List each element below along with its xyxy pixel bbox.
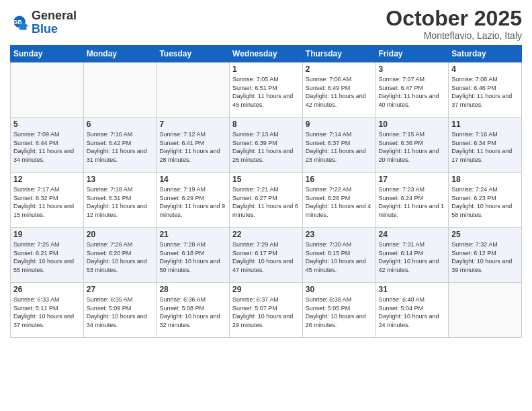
day-info: Sunrise: 7:24 AM Sunset: 6:23 PM Dayligh… — [451, 185, 519, 219]
table-row: 18Sunrise: 7:24 AM Sunset: 6:23 PM Dayli… — [449, 173, 522, 228]
table-row: 16Sunrise: 7:22 AM Sunset: 6:26 PM Dayli… — [302, 173, 375, 228]
day-number: 27 — [87, 285, 154, 294]
table-row: 2Sunrise: 7:06 AM Sunset: 6:49 PM Daylig… — [302, 62, 375, 118]
day-info: Sunrise: 7:09 AM Sunset: 6:44 PM Dayligh… — [13, 130, 81, 164]
table-row: 25Sunrise: 7:32 AM Sunset: 6:12 PM Dayli… — [449, 228, 522, 283]
table-row: 20Sunrise: 7:26 AM Sunset: 6:20 PM Dayli… — [83, 228, 157, 283]
table-row: 15Sunrise: 7:21 AM Sunset: 6:27 PM Dayli… — [230, 173, 303, 228]
day-info: Sunrise: 7:21 AM Sunset: 6:27 PM Dayligh… — [232, 185, 300, 219]
day-number: 16 — [306, 175, 373, 184]
table-row: 28Sunrise: 6:36 AM Sunset: 5:08 PM Dayli… — [157, 283, 230, 338]
day-info: Sunrise: 7:23 AM Sunset: 6:24 PM Dayligh… — [379, 185, 446, 219]
day-number: 8 — [232, 120, 300, 129]
table-row: 10Sunrise: 7:15 AM Sunset: 6:36 PM Dayli… — [375, 118, 449, 173]
day-number: 29 — [232, 285, 300, 294]
day-number: 25 — [451, 230, 519, 239]
header: GB General Blue October 2025 Monteflavio… — [10, 7, 522, 41]
day-number: 7 — [159, 120, 226, 129]
table-row: 3Sunrise: 7:07 AM Sunset: 6:47 PM Daylig… — [375, 62, 449, 118]
location: Monteflavio, Lazio, Italy — [386, 30, 522, 41]
day-number: 14 — [159, 175, 226, 184]
table-row: 21Sunrise: 7:28 AM Sunset: 6:18 PM Dayli… — [157, 228, 230, 283]
day-info: Sunrise: 7:26 AM Sunset: 6:20 PM Dayligh… — [87, 240, 154, 274]
table-row: 6Sunrise: 7:10 AM Sunset: 6:42 PM Daylig… — [83, 118, 157, 173]
day-info: Sunrise: 7:10 AM Sunset: 6:42 PM Dayligh… — [87, 130, 154, 164]
day-number: 10 — [379, 120, 446, 129]
day-number: 6 — [87, 120, 154, 129]
table-row: 7Sunrise: 7:12 AM Sunset: 6:41 PM Daylig… — [157, 118, 230, 173]
table-row: 12Sunrise: 7:17 AM Sunset: 6:32 PM Dayli… — [11, 173, 84, 228]
table-row: 30Sunrise: 6:38 AM Sunset: 5:05 PM Dayli… — [302, 283, 375, 338]
day-info: Sunrise: 7:07 AM Sunset: 6:47 PM Dayligh… — [379, 75, 446, 109]
day-number: 21 — [159, 230, 226, 239]
calendar-header-row: Sunday Monday Tuesday Wednesday Thursday… — [11, 46, 522, 62]
day-number: 30 — [306, 285, 373, 294]
day-number: 20 — [87, 230, 154, 239]
day-number: 13 — [87, 175, 154, 184]
table-row: 11Sunrise: 7:16 AM Sunset: 6:34 PM Dayli… — [449, 118, 522, 173]
table-row: 23Sunrise: 7:30 AM Sunset: 6:15 PM Dayli… — [302, 228, 375, 283]
table-row: 14Sunrise: 7:19 AM Sunset: 6:29 PM Dayli… — [157, 173, 230, 228]
day-info: Sunrise: 7:16 AM Sunset: 6:34 PM Dayligh… — [451, 130, 519, 164]
table-row: 1Sunrise: 7:05 AM Sunset: 6:51 PM Daylig… — [230, 62, 303, 118]
day-info: Sunrise: 7:08 AM Sunset: 6:46 PM Dayligh… — [451, 75, 519, 109]
table-row: 22Sunrise: 7:29 AM Sunset: 6:17 PM Dayli… — [230, 228, 303, 283]
calendar-week-row: 19Sunrise: 7:25 AM Sunset: 6:21 PM Dayli… — [11, 228, 522, 283]
table-row: 4Sunrise: 7:08 AM Sunset: 6:46 PM Daylig… — [449, 62, 522, 118]
day-info: Sunrise: 6:36 AM Sunset: 5:08 PM Dayligh… — [159, 295, 226, 329]
day-info: Sunrise: 6:38 AM Sunset: 5:05 PM Dayligh… — [306, 295, 373, 329]
day-info: Sunrise: 7:15 AM Sunset: 6:36 PM Dayligh… — [379, 130, 446, 164]
day-info: Sunrise: 6:33 AM Sunset: 5:11 PM Dayligh… — [13, 295, 81, 329]
day-info: Sunrise: 6:37 AM Sunset: 5:07 PM Dayligh… — [232, 295, 300, 329]
table-row: 8Sunrise: 7:13 AM Sunset: 6:39 PM Daylig… — [230, 118, 303, 173]
table-row — [83, 62, 157, 118]
day-info: Sunrise: 7:28 AM Sunset: 6:18 PM Dayligh… — [159, 240, 226, 274]
day-number: 22 — [232, 230, 300, 239]
day-info: Sunrise: 7:06 AM Sunset: 6:49 PM Dayligh… — [306, 75, 373, 109]
day-info: Sunrise: 6:35 AM Sunset: 5:09 PM Dayligh… — [87, 295, 154, 329]
col-thursday: Thursday — [302, 46, 375, 62]
day-info: Sunrise: 7:12 AM Sunset: 6:41 PM Dayligh… — [159, 130, 226, 164]
table-row — [449, 283, 522, 338]
day-number: 24 — [379, 230, 446, 239]
table-row: 9Sunrise: 7:14 AM Sunset: 6:37 PM Daylig… — [302, 118, 375, 173]
svg-text:GB: GB — [13, 19, 21, 26]
table-row — [11, 62, 84, 118]
logo-blue: Blue — [32, 23, 77, 36]
day-info: Sunrise: 7:32 AM Sunset: 6:12 PM Dayligh… — [451, 240, 519, 274]
day-info: Sunrise: 7:29 AM Sunset: 6:17 PM Dayligh… — [232, 240, 300, 274]
col-friday: Friday — [375, 46, 449, 62]
table-row: 31Sunrise: 6:40 AM Sunset: 5:04 PM Dayli… — [375, 283, 449, 338]
day-number: 28 — [159, 285, 226, 294]
day-number: 23 — [306, 230, 373, 239]
day-info: Sunrise: 7:17 AM Sunset: 6:32 PM Dayligh… — [13, 185, 81, 219]
logo: GB General Blue — [10, 9, 77, 36]
table-row: 13Sunrise: 7:18 AM Sunset: 6:31 PM Dayli… — [83, 173, 157, 228]
day-info: Sunrise: 7:25 AM Sunset: 6:21 PM Dayligh… — [13, 240, 81, 274]
day-number: 5 — [13, 120, 81, 129]
day-number: 26 — [13, 285, 81, 294]
table-row: 26Sunrise: 6:33 AM Sunset: 5:11 PM Dayli… — [11, 283, 84, 338]
day-info: Sunrise: 6:40 AM Sunset: 5:04 PM Dayligh… — [379, 295, 446, 329]
day-info: Sunrise: 7:05 AM Sunset: 6:51 PM Dayligh… — [232, 75, 300, 109]
day-number: 12 — [13, 175, 81, 184]
table-row: 29Sunrise: 6:37 AM Sunset: 5:07 PM Dayli… — [230, 283, 303, 338]
day-info: Sunrise: 7:18 AM Sunset: 6:31 PM Dayligh… — [87, 185, 154, 219]
calendar: Sunday Monday Tuesday Wednesday Thursday… — [10, 45, 522, 338]
logo-icon: GB — [10, 13, 29, 32]
col-wednesday: Wednesday — [230, 46, 303, 62]
day-info: Sunrise: 7:14 AM Sunset: 6:37 PM Dayligh… — [306, 130, 373, 164]
table-row: 24Sunrise: 7:31 AM Sunset: 6:14 PM Dayli… — [375, 228, 449, 283]
day-number: 15 — [232, 175, 300, 184]
month-title: October 2025 — [386, 7, 522, 30]
table-row: 19Sunrise: 7:25 AM Sunset: 6:21 PM Dayli… — [11, 228, 84, 283]
table-row: 5Sunrise: 7:09 AM Sunset: 6:44 PM Daylig… — [11, 118, 84, 173]
day-number: 4 — [451, 64, 519, 74]
day-number: 19 — [13, 230, 81, 239]
col-sunday: Sunday — [11, 46, 84, 62]
day-number: 17 — [379, 175, 446, 184]
table-row: 27Sunrise: 6:35 AM Sunset: 5:09 PM Dayli… — [83, 283, 157, 338]
title-block: October 2025 Monteflavio, Lazio, Italy — [386, 7, 522, 41]
day-number: 18 — [451, 175, 519, 184]
calendar-week-row: 1Sunrise: 7:05 AM Sunset: 6:51 PM Daylig… — [11, 62, 522, 118]
